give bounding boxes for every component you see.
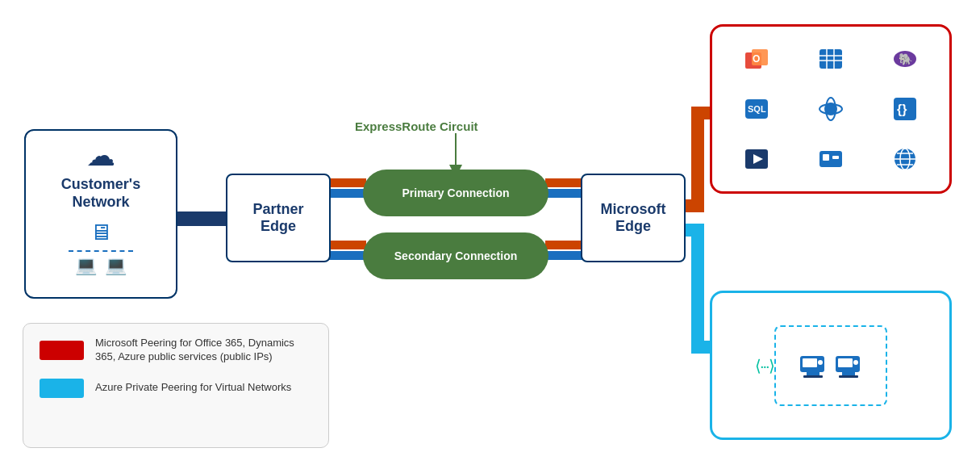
- svg-text:🐘: 🐘: [899, 52, 913, 66]
- svg-rect-33: [832, 156, 839, 159]
- svg-rect-5: [545, 178, 584, 187]
- office365-icon: O: [722, 36, 791, 82]
- svg-rect-1: [329, 178, 366, 187]
- functions-icon: {}: [870, 86, 940, 132]
- svg-rect-40: [807, 372, 819, 375]
- svg-rect-47: [838, 358, 853, 367]
- vnet-arrows-icon: ⟨···⟩: [755, 356, 774, 375]
- dashed-line: [69, 250, 133, 252]
- svg-point-48: [853, 360, 858, 365]
- svg-rect-46: [839, 375, 858, 378]
- svg-point-43: [818, 360, 823, 365]
- vm-icons: [799, 351, 863, 380]
- svg-rect-3: [329, 241, 366, 249]
- legend-red-text: Microsoft Peering for Office 365, Dynami…: [95, 337, 312, 364]
- legend-red-color: [40, 341, 84, 360]
- partner-edge-box: Partner Edge: [226, 174, 331, 262]
- cosmos-icon: [796, 86, 865, 132]
- laptop-icon-left: 💻: [75, 255, 97, 276]
- diagram-container: ☁ Customer's Network 🖥 💻 💻 Partner Edge …: [0, 0, 980, 469]
- svg-text:SQL: SQL: [748, 104, 766, 114]
- primary-connection-label: Primary Connection: [402, 186, 509, 199]
- svg-rect-7: [545, 241, 584, 249]
- vm-icon-1: [799, 351, 828, 380]
- computer-row: 💻 💻: [75, 255, 127, 276]
- svg-rect-0: [176, 211, 227, 226]
- sql-icon: SQL: [722, 86, 791, 132]
- laptop-icon-right: 💻: [105, 255, 127, 276]
- legend-item-blue: Azure Private Peering for Virtual Networ…: [40, 379, 312, 398]
- svg-text:{}: {}: [897, 103, 907, 116]
- svg-rect-45: [842, 372, 855, 375]
- server-icon: 🖥: [90, 219, 112, 245]
- network-diagram: 🖥 💻 💻: [69, 219, 133, 276]
- legend-item-red: Microsoft Peering for Office 365, Dynami…: [40, 337, 312, 364]
- storage-icon: [796, 136, 865, 182]
- customer-cloud-icon: ☁: [86, 139, 115, 173]
- vnet-box: ⟨···⟩: [710, 291, 952, 440]
- customer-network-label: Customer's Network: [61, 176, 140, 211]
- legend-blue-text: Azure Private Peering for Virtual Networ…: [95, 381, 291, 395]
- expressroute-label: ExpressRoute Circuit: [355, 119, 478, 133]
- secondary-connection-label: Secondary Connection: [394, 249, 517, 262]
- customer-network-box: ☁ Customer's Network 🖥 💻 💻: [24, 129, 177, 299]
- svg-rect-2: [329, 189, 366, 198]
- svg-rect-4: [329, 251, 366, 260]
- partner-edge-label: Partner Edge: [252, 201, 303, 235]
- svg-rect-6: [545, 189, 584, 198]
- svg-rect-32: [823, 154, 829, 161]
- svg-text:O: O: [753, 53, 760, 65]
- cdn-icon: [870, 136, 940, 182]
- microsoft-edge-label: Microsoft Edge: [601, 201, 666, 235]
- media-icon: [722, 136, 791, 182]
- office-services-box: O 🐘 SQL: [710, 24, 952, 194]
- legend-box: Microsoft Peering for Office 365, Dynami…: [23, 323, 329, 448]
- table-icon: [796, 36, 865, 82]
- hdinsight-icon: 🐘: [870, 36, 940, 82]
- vnet-inner-container: ⟨···⟩: [774, 325, 887, 406]
- svg-rect-41: [803, 375, 823, 378]
- svg-rect-15: [819, 49, 842, 69]
- svg-rect-42: [803, 358, 817, 367]
- svg-rect-8: [545, 251, 584, 260]
- vm-icon-2: [834, 351, 863, 380]
- secondary-connection-pill: Secondary Connection: [363, 232, 548, 279]
- microsoft-edge-box: Microsoft Edge: [581, 174, 686, 262]
- primary-connection-pill: Primary Connection: [363, 170, 548, 216]
- legend-blue-color: [40, 379, 84, 398]
